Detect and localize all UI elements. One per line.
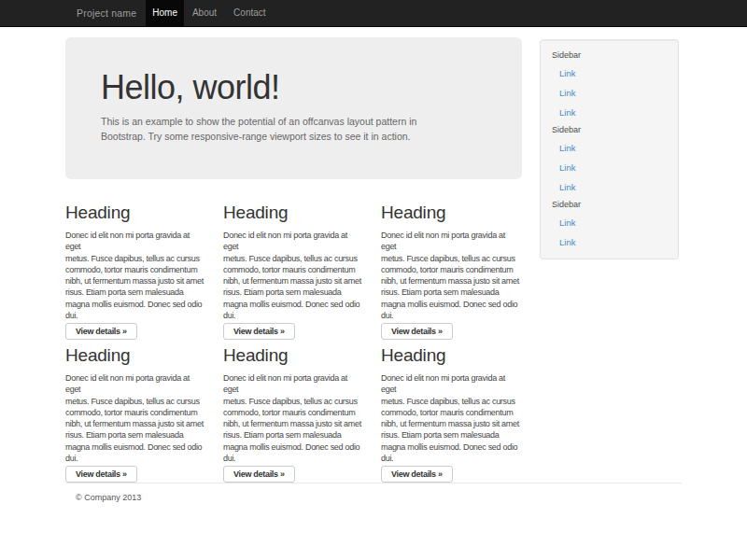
- nav-item-about[interactable]: About: [184, 0, 225, 26]
- sidebar-link[interactable]: Link: [541, 177, 678, 197]
- sidebar-link[interactable]: Link: [541, 232, 678, 252]
- content-card: Heading Donec id elit non mi porta gravi…: [381, 203, 521, 323]
- card-heading: Heading: [381, 203, 521, 222]
- navbar: Project name Home About Contact: [0, 0, 747, 27]
- view-details-button[interactable]: View details »: [223, 466, 295, 483]
- content-card: Heading Donec id elit non mi porta gravi…: [381, 346, 521, 466]
- nav-item-contact[interactable]: Contact: [225, 0, 274, 26]
- sidebar-link[interactable]: Link: [541, 158, 678, 177]
- card-heading: Heading: [223, 346, 363, 365]
- card-heading: Heading: [65, 203, 205, 222]
- view-details-button[interactable]: View details »: [65, 323, 137, 340]
- content-card: Heading Donec id elit non mi porta gravi…: [65, 203, 205, 323]
- sidebar-link[interactable]: Link: [541, 138, 678, 158]
- view-details-button[interactable]: View details »: [223, 323, 295, 340]
- card-heading: Heading: [65, 346, 205, 365]
- content-card: Heading Donec id elit non mi porta gravi…: [223, 203, 363, 323]
- card-body-text: Donec id elit non mi porta gravida at eg…: [65, 230, 205, 321]
- sidebar-link[interactable]: Link: [541, 213, 678, 232]
- nav-item-home[interactable]: Home: [146, 0, 184, 26]
- content-grid: Heading Donec id elit non mi porta gravi…: [65, 203, 522, 466]
- card-body-text: Donec id elit non mi porta gravida at eg…: [223, 230, 363, 321]
- sidebar-header: Sidebar: [541, 122, 678, 138]
- sidebar-header: Sidebar: [541, 48, 678, 63]
- view-details-button[interactable]: View details »: [381, 466, 453, 483]
- jumbotron-title: Hello, world!: [101, 71, 486, 105]
- footer-copyright: © Company 2013: [76, 492, 141, 503]
- sidebar-well: Sidebar Link Link Link Sidebar Link Link…: [540, 39, 679, 259]
- sidebar-link[interactable]: Link: [541, 63, 678, 83]
- sidebar-link[interactable]: Link: [541, 83, 678, 103]
- sidebar-header: Sidebar: [541, 197, 678, 213]
- view-details-button[interactable]: View details »: [381, 323, 453, 340]
- card-body-text: Donec id elit non mi porta gravida at eg…: [381, 230, 521, 321]
- navbar-brand[interactable]: Project name: [77, 0, 136, 26]
- footer-divider: [65, 483, 682, 483]
- card-heading: Heading: [223, 203, 363, 222]
- jumbotron: Hello, world! This is an example to show…: [65, 37, 522, 179]
- card-body-text: Donec id elit non mi porta gravida at eg…: [223, 372, 363, 464]
- jumbotron-description: This is an example to show the potential…: [101, 115, 486, 144]
- content-card: Heading Donec id elit non mi porta gravi…: [65, 346, 205, 466]
- card-body-text: Donec id elit non mi porta gravida at eg…: [381, 372, 521, 464]
- card-heading: Heading: [381, 346, 521, 365]
- navbar-nav: Home About Contact: [146, 0, 274, 26]
- content-card: Heading Donec id elit non mi porta gravi…: [223, 346, 363, 466]
- card-body-text: Donec id elit non mi porta gravida at eg…: [65, 372, 205, 464]
- view-details-button[interactable]: View details »: [65, 466, 137, 483]
- sidebar-link[interactable]: Link: [541, 103, 678, 122]
